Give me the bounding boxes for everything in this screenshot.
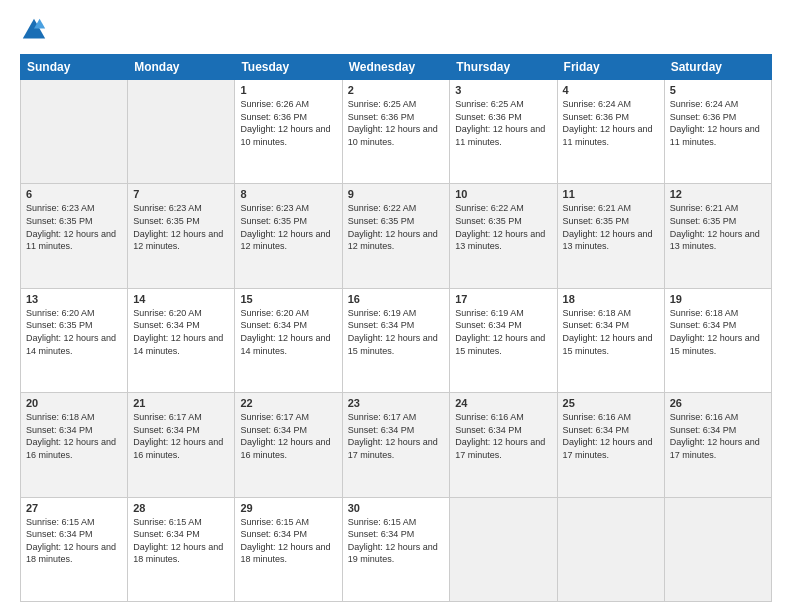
calendar-cell: 12Sunrise: 6:21 AM Sunset: 6:35 PM Dayli… bbox=[664, 184, 771, 288]
day-info: Sunrise: 6:19 AM Sunset: 6:34 PM Dayligh… bbox=[455, 307, 551, 357]
day-number: 8 bbox=[240, 188, 336, 200]
day-info: Sunrise: 6:16 AM Sunset: 6:34 PM Dayligh… bbox=[455, 411, 551, 461]
day-number: 30 bbox=[348, 502, 445, 514]
day-info: Sunrise: 6:23 AM Sunset: 6:35 PM Dayligh… bbox=[133, 202, 229, 252]
calendar-cell: 26Sunrise: 6:16 AM Sunset: 6:34 PM Dayli… bbox=[664, 393, 771, 497]
day-info: Sunrise: 6:20 AM Sunset: 6:35 PM Dayligh… bbox=[26, 307, 122, 357]
day-number: 20 bbox=[26, 397, 122, 409]
day-number: 14 bbox=[133, 293, 229, 305]
calendar-cell: 14Sunrise: 6:20 AM Sunset: 6:34 PM Dayli… bbox=[128, 288, 235, 392]
day-info: Sunrise: 6:18 AM Sunset: 6:34 PM Dayligh… bbox=[26, 411, 122, 461]
day-number: 1 bbox=[240, 84, 336, 96]
day-info: Sunrise: 6:15 AM Sunset: 6:34 PM Dayligh… bbox=[26, 516, 122, 566]
day-number: 25 bbox=[563, 397, 659, 409]
day-info: Sunrise: 6:15 AM Sunset: 6:34 PM Dayligh… bbox=[240, 516, 336, 566]
day-number: 24 bbox=[455, 397, 551, 409]
day-info: Sunrise: 6:24 AM Sunset: 6:36 PM Dayligh… bbox=[563, 98, 659, 148]
day-number: 17 bbox=[455, 293, 551, 305]
day-info: Sunrise: 6:19 AM Sunset: 6:34 PM Dayligh… bbox=[348, 307, 445, 357]
day-info: Sunrise: 6:22 AM Sunset: 6:35 PM Dayligh… bbox=[455, 202, 551, 252]
calendar-cell: 5Sunrise: 6:24 AM Sunset: 6:36 PM Daylig… bbox=[664, 80, 771, 184]
day-number: 10 bbox=[455, 188, 551, 200]
calendar-cell: 4Sunrise: 6:24 AM Sunset: 6:36 PM Daylig… bbox=[557, 80, 664, 184]
calendar-cell: 28Sunrise: 6:15 AM Sunset: 6:34 PM Dayli… bbox=[128, 497, 235, 601]
day-number: 13 bbox=[26, 293, 122, 305]
day-info: Sunrise: 6:23 AM Sunset: 6:35 PM Dayligh… bbox=[240, 202, 336, 252]
calendar-week-4: 20Sunrise: 6:18 AM Sunset: 6:34 PM Dayli… bbox=[21, 393, 772, 497]
calendar-cell: 25Sunrise: 6:16 AM Sunset: 6:34 PM Dayli… bbox=[557, 393, 664, 497]
calendar-cell: 16Sunrise: 6:19 AM Sunset: 6:34 PM Dayli… bbox=[342, 288, 450, 392]
day-number: 15 bbox=[240, 293, 336, 305]
day-info: Sunrise: 6:16 AM Sunset: 6:34 PM Dayligh… bbox=[670, 411, 766, 461]
logo-icon bbox=[20, 16, 48, 44]
day-header-sunday: Sunday bbox=[21, 55, 128, 80]
day-info: Sunrise: 6:25 AM Sunset: 6:36 PM Dayligh… bbox=[455, 98, 551, 148]
day-info: Sunrise: 6:18 AM Sunset: 6:34 PM Dayligh… bbox=[670, 307, 766, 357]
day-info: Sunrise: 6:15 AM Sunset: 6:34 PM Dayligh… bbox=[348, 516, 445, 566]
day-number: 5 bbox=[670, 84, 766, 96]
calendar-cell: 11Sunrise: 6:21 AM Sunset: 6:35 PM Dayli… bbox=[557, 184, 664, 288]
calendar-cell: 15Sunrise: 6:20 AM Sunset: 6:34 PM Dayli… bbox=[235, 288, 342, 392]
day-number: 12 bbox=[670, 188, 766, 200]
day-info: Sunrise: 6:15 AM Sunset: 6:34 PM Dayligh… bbox=[133, 516, 229, 566]
calendar-cell: 1Sunrise: 6:26 AM Sunset: 6:36 PM Daylig… bbox=[235, 80, 342, 184]
day-info: Sunrise: 6:24 AM Sunset: 6:36 PM Dayligh… bbox=[670, 98, 766, 148]
calendar-cell: 21Sunrise: 6:17 AM Sunset: 6:34 PM Dayli… bbox=[128, 393, 235, 497]
calendar-cell bbox=[128, 80, 235, 184]
day-info: Sunrise: 6:21 AM Sunset: 6:35 PM Dayligh… bbox=[670, 202, 766, 252]
calendar-cell: 2Sunrise: 6:25 AM Sunset: 6:36 PM Daylig… bbox=[342, 80, 450, 184]
calendar-cell: 6Sunrise: 6:23 AM Sunset: 6:35 PM Daylig… bbox=[21, 184, 128, 288]
day-number: 9 bbox=[348, 188, 445, 200]
calendar-cell bbox=[557, 497, 664, 601]
day-number: 18 bbox=[563, 293, 659, 305]
day-info: Sunrise: 6:16 AM Sunset: 6:34 PM Dayligh… bbox=[563, 411, 659, 461]
day-number: 6 bbox=[26, 188, 122, 200]
calendar-cell: 27Sunrise: 6:15 AM Sunset: 6:34 PM Dayli… bbox=[21, 497, 128, 601]
day-number: 22 bbox=[240, 397, 336, 409]
day-number: 2 bbox=[348, 84, 445, 96]
header bbox=[20, 16, 772, 44]
day-number: 4 bbox=[563, 84, 659, 96]
day-number: 11 bbox=[563, 188, 659, 200]
calendar-cell: 10Sunrise: 6:22 AM Sunset: 6:35 PM Dayli… bbox=[450, 184, 557, 288]
day-number: 3 bbox=[455, 84, 551, 96]
day-header-monday: Monday bbox=[128, 55, 235, 80]
calendar-cell: 3Sunrise: 6:25 AM Sunset: 6:36 PM Daylig… bbox=[450, 80, 557, 184]
calendar-cell bbox=[21, 80, 128, 184]
calendar-cell: 20Sunrise: 6:18 AM Sunset: 6:34 PM Dayli… bbox=[21, 393, 128, 497]
calendar-cell bbox=[450, 497, 557, 601]
day-number: 16 bbox=[348, 293, 445, 305]
day-info: Sunrise: 6:25 AM Sunset: 6:36 PM Dayligh… bbox=[348, 98, 445, 148]
day-number: 7 bbox=[133, 188, 229, 200]
page: SundayMondayTuesdayWednesdayThursdayFrid… bbox=[0, 0, 792, 612]
calendar-cell: 13Sunrise: 6:20 AM Sunset: 6:35 PM Dayli… bbox=[21, 288, 128, 392]
day-header-tuesday: Tuesday bbox=[235, 55, 342, 80]
day-header-wednesday: Wednesday bbox=[342, 55, 450, 80]
calendar-cell: 8Sunrise: 6:23 AM Sunset: 6:35 PM Daylig… bbox=[235, 184, 342, 288]
day-info: Sunrise: 6:20 AM Sunset: 6:34 PM Dayligh… bbox=[240, 307, 336, 357]
day-info: Sunrise: 6:23 AM Sunset: 6:35 PM Dayligh… bbox=[26, 202, 122, 252]
calendar-cell bbox=[664, 497, 771, 601]
day-info: Sunrise: 6:17 AM Sunset: 6:34 PM Dayligh… bbox=[348, 411, 445, 461]
calendar-cell: 18Sunrise: 6:18 AM Sunset: 6:34 PM Dayli… bbox=[557, 288, 664, 392]
calendar-cell: 24Sunrise: 6:16 AM Sunset: 6:34 PM Dayli… bbox=[450, 393, 557, 497]
day-number: 27 bbox=[26, 502, 122, 514]
day-number: 29 bbox=[240, 502, 336, 514]
calendar-cell: 22Sunrise: 6:17 AM Sunset: 6:34 PM Dayli… bbox=[235, 393, 342, 497]
day-number: 28 bbox=[133, 502, 229, 514]
calendar-week-1: 1Sunrise: 6:26 AM Sunset: 6:36 PM Daylig… bbox=[21, 80, 772, 184]
calendar-week-2: 6Sunrise: 6:23 AM Sunset: 6:35 PM Daylig… bbox=[21, 184, 772, 288]
logo bbox=[20, 16, 52, 44]
calendar-cell: 17Sunrise: 6:19 AM Sunset: 6:34 PM Dayli… bbox=[450, 288, 557, 392]
day-header-saturday: Saturday bbox=[664, 55, 771, 80]
day-info: Sunrise: 6:22 AM Sunset: 6:35 PM Dayligh… bbox=[348, 202, 445, 252]
day-info: Sunrise: 6:26 AM Sunset: 6:36 PM Dayligh… bbox=[240, 98, 336, 148]
day-info: Sunrise: 6:20 AM Sunset: 6:34 PM Dayligh… bbox=[133, 307, 229, 357]
day-info: Sunrise: 6:17 AM Sunset: 6:34 PM Dayligh… bbox=[133, 411, 229, 461]
day-info: Sunrise: 6:21 AM Sunset: 6:35 PM Dayligh… bbox=[563, 202, 659, 252]
calendar-cell: 29Sunrise: 6:15 AM Sunset: 6:34 PM Dayli… bbox=[235, 497, 342, 601]
calendar-header-row: SundayMondayTuesdayWednesdayThursdayFrid… bbox=[21, 55, 772, 80]
calendar-table: SundayMondayTuesdayWednesdayThursdayFrid… bbox=[20, 54, 772, 602]
calendar-cell: 7Sunrise: 6:23 AM Sunset: 6:35 PM Daylig… bbox=[128, 184, 235, 288]
calendar-cell: 30Sunrise: 6:15 AM Sunset: 6:34 PM Dayli… bbox=[342, 497, 450, 601]
